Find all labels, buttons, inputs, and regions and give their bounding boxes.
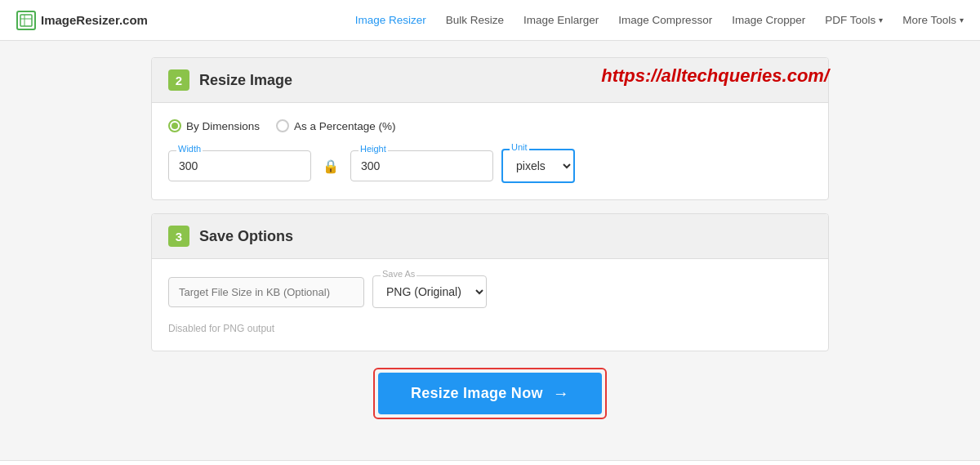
svg-rect-0 bbox=[20, 15, 32, 26]
save-options-row: Save As PNG (Original) JPEG WEBP GIF BMP… bbox=[168, 275, 812, 334]
step-2-number: 2 bbox=[168, 69, 189, 91]
save-options-body: Save As PNG (Original) JPEG WEBP GIF BMP… bbox=[152, 259, 828, 351]
radio-by-dimensions[interactable]: By Dimensions bbox=[168, 119, 260, 132]
radio-by-dimensions-indicator bbox=[168, 119, 181, 132]
height-label: Height bbox=[359, 144, 388, 154]
logo-text: ImageResizer.com bbox=[41, 13, 148, 27]
unit-group: Unit pixels inches cm mm bbox=[501, 149, 575, 183]
file-size-group bbox=[168, 277, 364, 307]
radio-percentage-indicator bbox=[276, 119, 289, 132]
height-group: Height bbox=[350, 150, 493, 181]
radio-percentage[interactable]: As a Percentage (%) bbox=[276, 119, 396, 132]
step-3-number: 3 bbox=[168, 226, 189, 247]
logo-icon bbox=[16, 11, 36, 30]
save-options-title: Save Options bbox=[199, 228, 293, 245]
resize-button-container: Resize Image Now → bbox=[151, 368, 829, 419]
radio-by-dimensions-label: By Dimensions bbox=[186, 120, 260, 132]
nav-pdf-tools-label: PDF Tools bbox=[825, 14, 875, 26]
unit-select[interactable]: pixels inches cm mm bbox=[501, 149, 575, 183]
save-as-select-group: Save As PNG (Original) JPEG WEBP GIF BMP bbox=[372, 275, 487, 308]
chevron-down-icon: ▾ bbox=[960, 16, 964, 25]
height-input[interactable] bbox=[350, 150, 493, 181]
resize-button-wrapper: Resize Image Now → bbox=[373, 368, 607, 419]
width-label: Width bbox=[176, 144, 203, 154]
header: ImageResizer.com Image Resizer Bulk Resi… bbox=[0, 0, 980, 41]
nav-bulk-resize[interactable]: Bulk Resize bbox=[446, 14, 504, 26]
resize-image-body: By Dimensions As a Percentage (%) Width … bbox=[152, 103, 828, 199]
main-content: https://alltechqueries.com/ 2 Resize Ima… bbox=[135, 41, 845, 460]
chevron-down-icon: ▾ bbox=[879, 16, 883, 25]
nav-more-tools-label: More Tools bbox=[902, 14, 956, 26]
nav-image-compressor[interactable]: Image Compressor bbox=[618, 14, 712, 26]
resize-now-button[interactable]: Resize Image Now → bbox=[378, 373, 602, 414]
nav-image-resizer[interactable]: Image Resizer bbox=[355, 14, 426, 26]
width-group: Width bbox=[168, 150, 311, 181]
dimension-inputs: Width 🔒 Height Unit pixels inches cm mm bbox=[168, 149, 812, 183]
lock-icon[interactable]: 🔒 bbox=[323, 159, 339, 174]
nav-pdf-tools[interactable]: PDF Tools ▾ bbox=[825, 14, 883, 26]
save-as-label: Save As bbox=[381, 269, 416, 279]
save-as-group: Save As PNG (Original) JPEG WEBP GIF BMP bbox=[168, 275, 487, 308]
save-options-section: 3 Save Options Save As PNG (Original) JP… bbox=[151, 213, 829, 351]
resize-mode-group: By Dimensions As a Percentage (%) bbox=[168, 119, 812, 132]
unit-label: Unit bbox=[510, 142, 529, 152]
save-options-header: 3 Save Options bbox=[152, 214, 828, 259]
width-input[interactable] bbox=[168, 150, 311, 181]
resize-button-label: Resize Image Now bbox=[411, 385, 543, 402]
save-as-select[interactable]: PNG (Original) JPEG WEBP GIF BMP bbox=[372, 275, 487, 308]
radio-percentage-label: As a Percentage (%) bbox=[294, 120, 396, 132]
arrow-right-icon: → bbox=[553, 384, 569, 403]
main-nav: Image Resizer Bulk Resize Image Enlarger… bbox=[355, 14, 964, 26]
resize-image-title: Resize Image bbox=[199, 72, 292, 89]
disabled-note: Disabled for PNG output bbox=[168, 323, 274, 334]
nav-image-cropper[interactable]: Image Cropper bbox=[732, 14, 805, 26]
nav-more-tools[interactable]: More Tools ▾ bbox=[902, 14, 964, 26]
logo[interactable]: ImageResizer.com bbox=[16, 11, 148, 30]
file-size-input[interactable] bbox=[168, 277, 364, 307]
nav-image-enlarger[interactable]: Image Enlarger bbox=[523, 14, 599, 26]
watermark-text: https://alltechqueries.com/ bbox=[601, 65, 829, 87]
footer: ImageResizer.com © 2013 - 2022 Imageresi… bbox=[0, 460, 980, 465]
